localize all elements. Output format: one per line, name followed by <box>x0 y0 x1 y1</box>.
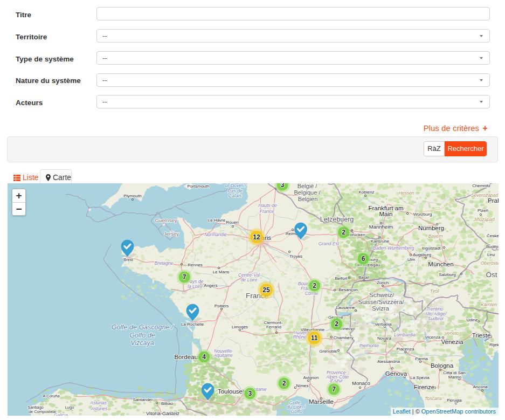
svg-text:Toulouse: Toulouse <box>218 388 243 395</box>
svg-text:Verbania: Verbania <box>375 322 392 327</box>
svg-text:Linz: Linz <box>487 252 495 257</box>
svg-text:Plzeň: Plzeň <box>478 208 488 213</box>
svg-text:Svizra: Svizra <box>372 305 390 312</box>
svg-text:Poitiers: Poitiers <box>215 304 229 308</box>
svg-text:Main: Main <box>379 211 393 217</box>
svg-text:Belgique /: Belgique / <box>294 189 321 196</box>
svg-text:Bologna: Bologna <box>431 362 454 369</box>
svg-text:Ulm: Ulm <box>407 257 416 262</box>
svg-text:Chemnitz: Chemnitz <box>472 183 490 188</box>
svg-text:La Spezia: La Spezia <box>410 375 430 380</box>
svg-text:Rennes: Rennes <box>188 263 203 267</box>
svg-text:Ancona: Ancona <box>473 384 488 389</box>
svg-text:Sudtirol: Sudtirol <box>428 316 444 321</box>
svg-text:Chambéry: Chambéry <box>334 335 354 340</box>
svg-text:Belgien: Belgien <box>298 196 318 202</box>
svg-text:Genova: Genova <box>385 370 407 377</box>
svg-text:Guernsey: Guernsey <box>155 217 177 223</box>
svg-text:Santander: Santander <box>133 397 153 402</box>
svg-text:Veneto: Veneto <box>445 331 459 336</box>
svg-text:Venezia: Venezia <box>441 339 464 345</box>
svg-text:Aquitaine: Aquitaine <box>213 353 233 358</box>
svg-text:Firenze: Firenze <box>414 384 434 390</box>
svg-text:Brest: Brest <box>123 257 133 262</box>
svg-text:Baden-Württemberg: Baden-Württemberg <box>373 245 414 251</box>
svg-text:Golfe de Gascogne /: Golfe de Gascogne / <box>112 323 174 331</box>
svg-text:Perugia: Perugia <box>447 398 462 403</box>
svg-text:Belfort: Belfort <box>335 276 348 281</box>
svg-text:Piacenza: Piacenza <box>397 347 414 352</box>
svg-text:Lombardia: Lombardia <box>394 332 416 338</box>
svg-text:Koblenz: Koblenz <box>359 190 375 195</box>
svg-text:2: 2 <box>335 320 338 328</box>
svg-text:Letzebuerg: Letzebuerg <box>320 216 354 223</box>
svg-text:25: 25 <box>262 286 270 294</box>
svg-text:Plymouth: Plymouth <box>123 194 141 198</box>
svg-text:België /: België / <box>298 183 318 189</box>
svg-text:Salzburg: Salzburg <box>439 272 456 277</box>
svg-text:Golfo de: Golfo de <box>129 332 155 339</box>
svg-text:Vizcaya: Vizcaya <box>130 339 154 347</box>
svg-text:de Loire: de Loire <box>241 277 258 283</box>
svg-text:Nîmes: Nîmes <box>296 383 308 388</box>
svg-text:Hauts-de-: Hauts-de- <box>258 203 278 208</box>
svg-text:Angers: Angers <box>204 283 217 288</box>
svg-text:Bilbao: Bilbao <box>161 401 174 406</box>
svg-text:Avignon: Avignon <box>303 375 319 380</box>
svg-text:Oberösterreich: Oberösterreich <box>481 260 499 266</box>
svg-text:Ferrand: Ferrand <box>266 325 281 329</box>
svg-text:11: 11 <box>311 334 318 342</box>
svg-text:Galicia: Galicia <box>54 412 68 416</box>
svg-text:Mannheim: Mannheim <box>369 224 393 230</box>
svg-text:Monaco: Monaco <box>352 380 370 386</box>
svg-text:3: 3 <box>248 390 252 397</box>
svg-text:Suisse/Svizzera/: Suisse/Svizzera/ <box>358 299 404 305</box>
svg-text:Würzburg: Würzburg <box>413 212 432 217</box>
svg-text:Besançon: Besançon <box>338 287 358 292</box>
svg-text:of Dover /: of Dover / <box>225 183 247 188</box>
svg-text:Jihozápad: Jihozápad <box>473 217 495 222</box>
svg-text:Le Mans: Le Mans <box>213 270 230 274</box>
svg-text:3: 3 <box>281 183 285 189</box>
svg-text:Golfo: Golfo <box>290 409 302 414</box>
svg-text:Asturies: Asturies <box>91 406 108 411</box>
svg-text:Tirol: Tirol <box>430 288 440 294</box>
svg-text:München: München <box>428 261 453 267</box>
svg-text:Schweiz/: Schweiz/ <box>369 292 395 298</box>
svg-text:Asturias /: Asturias / <box>89 400 110 405</box>
svg-text:Augsburg: Augsburg <box>413 252 431 257</box>
svg-text:Normandie: Normandie <box>204 232 227 237</box>
svg-text:Budějovice: Budějovice <box>486 244 499 249</box>
svg-text:Vitoria-Gasteiz: Vitoria-Gasteiz <box>146 410 179 416</box>
svg-text:Alessandria: Alessandria <box>377 359 400 364</box>
svg-text:Grenoble: Grenoble <box>320 349 337 354</box>
svg-text:Jersey: Jersey <box>164 231 179 237</box>
svg-text:2: 2 <box>313 282 316 290</box>
svg-text:Parma: Parma <box>415 356 428 361</box>
svg-text:Basel: Basel <box>358 275 369 280</box>
svg-text:Grand Est: Grand Est <box>319 241 340 246</box>
svg-text:Bretagne: Bretagne <box>155 260 174 266</box>
svg-text:Kärnten: Kärnten <box>481 302 497 307</box>
svg-text:Portsmouth: Portsmouth <box>188 184 210 189</box>
svg-text:Calais: Calais <box>228 193 242 198</box>
svg-text:Marino: Marino <box>448 375 462 380</box>
svg-text:Ingolstadt: Ingolstadt <box>422 246 441 251</box>
svg-text:la Loire: la Loire <box>188 284 203 289</box>
svg-text:7: 7 <box>183 273 186 281</box>
svg-text:České: České <box>487 233 499 238</box>
svg-text:7: 7 <box>332 385 336 393</box>
svg-text:Lausanne: Lausanne <box>336 305 355 310</box>
svg-text:Limoges: Limoges <box>232 325 248 329</box>
svg-text:La Rochelle: La Rochelle <box>181 322 204 327</box>
svg-text:de Compostela: de Compostela <box>29 409 56 414</box>
svg-text:4: 4 <box>202 353 206 361</box>
svg-text:12: 12 <box>253 233 260 241</box>
svg-text:France: France <box>260 209 274 214</box>
svg-text:6: 6 <box>362 255 365 263</box>
svg-text:A Coruña: A Coruña <box>43 394 60 398</box>
svg-text:Piemonte: Piemonte <box>359 343 379 348</box>
svg-text:Le Havre: Le Havre <box>208 218 226 223</box>
svg-text:2: 2 <box>282 380 286 387</box>
svg-text:2: 2 <box>342 229 345 236</box>
